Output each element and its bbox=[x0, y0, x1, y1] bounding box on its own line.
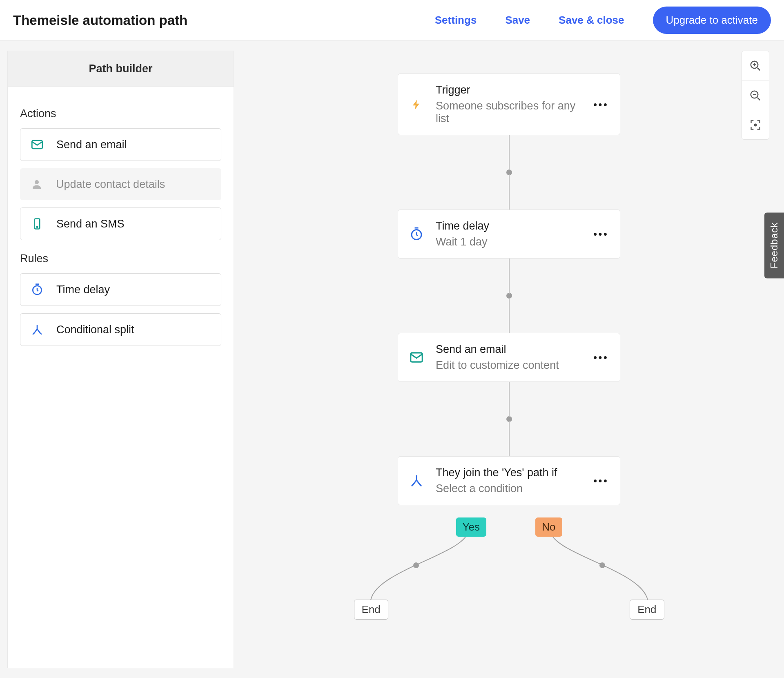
mail-icon bbox=[409, 350, 424, 365]
split-branches: Yes No End End bbox=[346, 505, 673, 620]
connector bbox=[509, 298, 510, 333]
svg-point-9 bbox=[755, 124, 757, 126]
connector bbox=[509, 259, 510, 294]
split-yes-badge: Yes bbox=[456, 517, 486, 537]
dots-icon: ••• bbox=[593, 352, 608, 363]
end-node-yes[interactable]: End bbox=[354, 600, 388, 620]
sidebar-section-rules: Rules bbox=[20, 252, 221, 265]
node-sub: Someone subscribes for any list bbox=[436, 100, 581, 125]
canvas[interactable]: Trigger Someone subscribes for any list … bbox=[234, 41, 784, 678]
node-menu-button[interactable]: ••• bbox=[593, 99, 609, 110]
sidebar-body: Actions Send an email Update contact det… bbox=[8, 87, 234, 366]
sidebar-title: Path builder bbox=[8, 51, 234, 87]
connector bbox=[509, 174, 510, 210]
settings-link[interactable]: Settings bbox=[435, 14, 477, 27]
rule-time-delay[interactable]: Time delay bbox=[20, 273, 221, 306]
node-time-delay[interactable]: Time delay Wait 1 day ••• bbox=[398, 210, 620, 259]
action-label: Update contact details bbox=[56, 178, 165, 191]
node-text: They join the 'Yes' path if Select a con… bbox=[436, 466, 581, 495]
zoom-controls bbox=[742, 51, 769, 140]
upgrade-button[interactable]: Upgrade to activate bbox=[653, 7, 771, 34]
dots-icon: ••• bbox=[593, 99, 608, 110]
action-label: Send an email bbox=[56, 138, 127, 151]
mail-icon bbox=[30, 138, 44, 152]
split-connectors bbox=[346, 505, 673, 620]
split-no-badge: No bbox=[535, 517, 562, 537]
split-icon bbox=[30, 323, 44, 337]
node-title: Time delay bbox=[436, 220, 581, 232]
add-node-dot-no[interactable] bbox=[599, 562, 605, 568]
node-sub: Edit to customize content bbox=[436, 359, 581, 372]
rule-label: Conditional split bbox=[56, 323, 134, 336]
app-header: Themeisle automation path Settings Save … bbox=[0, 0, 784, 41]
end-node-no[interactable]: End bbox=[630, 600, 664, 620]
node-text: Send an email Edit to customize content bbox=[436, 343, 581, 372]
workspace: Path builder Actions Send an email Updat… bbox=[0, 41, 784, 678]
rule-conditional-split[interactable]: Conditional split bbox=[20, 313, 221, 346]
connector bbox=[509, 421, 510, 456]
node-menu-button[interactable]: ••• bbox=[593, 352, 609, 363]
dots-icon: ••• bbox=[593, 228, 608, 239]
action-label: Send an SMS bbox=[56, 218, 125, 230]
node-menu-button[interactable]: ••• bbox=[593, 228, 609, 240]
rule-label: Time delay bbox=[56, 283, 110, 296]
split-icon bbox=[409, 473, 424, 488]
node-conditional-split[interactable]: They join the 'Yes' path if Select a con… bbox=[398, 456, 620, 505]
svg-point-1 bbox=[35, 180, 39, 184]
sidebar-section-actions: Actions bbox=[20, 107, 221, 120]
connector bbox=[509, 382, 510, 417]
node-sub: Wait 1 day bbox=[436, 236, 581, 248]
node-title: Trigger bbox=[436, 84, 581, 96]
person-icon bbox=[30, 177, 44, 191]
timer-icon bbox=[409, 226, 424, 242]
timer-icon bbox=[30, 283, 44, 297]
node-trigger[interactable]: Trigger Someone subscribes for any list … bbox=[398, 74, 620, 135]
node-title: They join the 'Yes' path if bbox=[436, 466, 581, 479]
connector bbox=[509, 135, 510, 170]
action-send-sms[interactable]: Send an SMS bbox=[20, 207, 221, 240]
zoom-in-icon bbox=[749, 60, 762, 72]
node-sub: Select a condition bbox=[436, 482, 581, 495]
zoom-out-icon bbox=[749, 89, 762, 102]
node-text: Trigger Someone subscribes for any list bbox=[436, 84, 581, 125]
save-close-link[interactable]: Save & close bbox=[559, 14, 624, 27]
save-link[interactable]: Save bbox=[505, 14, 530, 27]
zoom-out-button[interactable] bbox=[742, 80, 769, 110]
zoom-in-button[interactable] bbox=[742, 51, 769, 80]
header-actions: Settings Save Save & close Upgrade to ac… bbox=[435, 7, 771, 34]
action-update-contact: Update contact details bbox=[20, 168, 221, 200]
node-send-email[interactable]: Send an email Edit to customize content … bbox=[398, 333, 620, 382]
mobile-icon bbox=[30, 217, 44, 231]
page-title: Themeisle automation path bbox=[13, 13, 187, 28]
node-menu-button[interactable]: ••• bbox=[593, 475, 609, 486]
action-send-email[interactable]: Send an email bbox=[20, 128, 221, 161]
node-title: Send an email bbox=[436, 343, 581, 356]
sidebar: Path builder Actions Send an email Updat… bbox=[7, 51, 234, 668]
dots-icon: ••• bbox=[593, 475, 608, 486]
zoom-fit-button[interactable] bbox=[742, 110, 769, 139]
feedback-tab[interactable]: Feedback bbox=[764, 212, 784, 278]
flow: Trigger Someone subscribes for any list … bbox=[346, 74, 673, 620]
bolt-icon bbox=[409, 97, 424, 112]
node-text: Time delay Wait 1 day bbox=[436, 220, 581, 248]
add-node-dot-yes[interactable] bbox=[413, 562, 419, 568]
svg-point-3 bbox=[37, 226, 38, 227]
fit-icon bbox=[750, 119, 761, 131]
